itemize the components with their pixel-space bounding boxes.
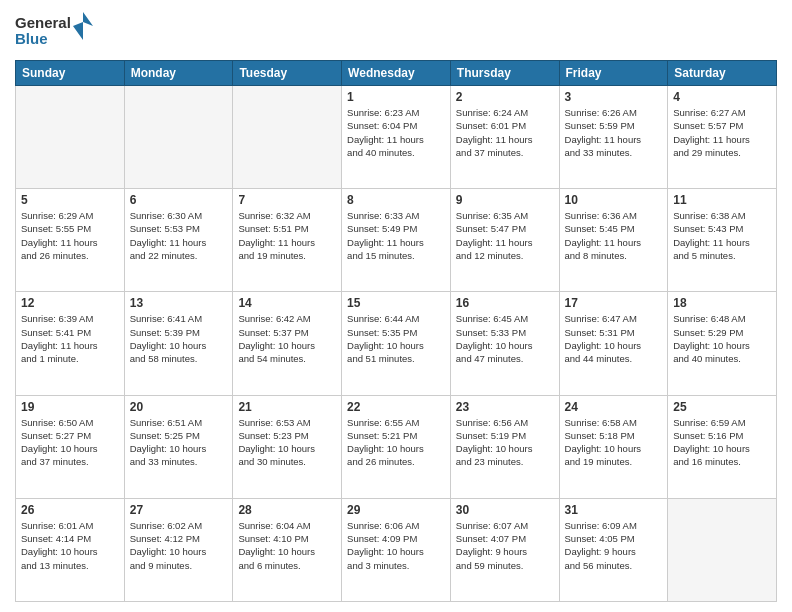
logo-svg: General Blue [15, 10, 95, 52]
day-info: Sunrise: 6:36 AM Sunset: 5:45 PM Dayligh… [565, 209, 663, 262]
day-cell: 16Sunrise: 6:45 AM Sunset: 5:33 PM Dayli… [450, 292, 559, 395]
day-number: 17 [565, 296, 663, 310]
day-info: Sunrise: 6:30 AM Sunset: 5:53 PM Dayligh… [130, 209, 228, 262]
day-info: Sunrise: 6:24 AM Sunset: 6:01 PM Dayligh… [456, 106, 554, 159]
day-cell [16, 86, 125, 189]
day-cell: 25Sunrise: 6:59 AM Sunset: 5:16 PM Dayli… [668, 395, 777, 498]
day-number: 26 [21, 503, 119, 517]
day-cell: 22Sunrise: 6:55 AM Sunset: 5:21 PM Dayli… [342, 395, 451, 498]
day-info: Sunrise: 6:09 AM Sunset: 4:05 PM Dayligh… [565, 519, 663, 572]
day-info: Sunrise: 6:38 AM Sunset: 5:43 PM Dayligh… [673, 209, 771, 262]
day-number: 21 [238, 400, 336, 414]
day-number: 19 [21, 400, 119, 414]
day-number: 1 [347, 90, 445, 104]
weekday-header-sunday: Sunday [16, 61, 125, 86]
day-cell: 20Sunrise: 6:51 AM Sunset: 5:25 PM Dayli… [124, 395, 233, 498]
day-number: 27 [130, 503, 228, 517]
day-info: Sunrise: 6:53 AM Sunset: 5:23 PM Dayligh… [238, 416, 336, 469]
day-number: 22 [347, 400, 445, 414]
day-info: Sunrise: 6:55 AM Sunset: 5:21 PM Dayligh… [347, 416, 445, 469]
day-info: Sunrise: 6:35 AM Sunset: 5:47 PM Dayligh… [456, 209, 554, 262]
day-cell: 29Sunrise: 6:06 AM Sunset: 4:09 PM Dayli… [342, 498, 451, 601]
day-number: 7 [238, 193, 336, 207]
day-info: Sunrise: 6:32 AM Sunset: 5:51 PM Dayligh… [238, 209, 336, 262]
day-cell: 13Sunrise: 6:41 AM Sunset: 5:39 PM Dayli… [124, 292, 233, 395]
day-cell: 4Sunrise: 6:27 AM Sunset: 5:57 PM Daylig… [668, 86, 777, 189]
day-cell: 10Sunrise: 6:36 AM Sunset: 5:45 PM Dayli… [559, 189, 668, 292]
weekday-header-monday: Monday [124, 61, 233, 86]
day-cell [668, 498, 777, 601]
day-cell: 2Sunrise: 6:24 AM Sunset: 6:01 PM Daylig… [450, 86, 559, 189]
week-row-1: 1Sunrise: 6:23 AM Sunset: 6:04 PM Daylig… [16, 86, 777, 189]
day-info: Sunrise: 6:07 AM Sunset: 4:07 PM Dayligh… [456, 519, 554, 572]
weekday-header-thursday: Thursday [450, 61, 559, 86]
day-cell: 24Sunrise: 6:58 AM Sunset: 5:18 PM Dayli… [559, 395, 668, 498]
day-info: Sunrise: 6:29 AM Sunset: 5:55 PM Dayligh… [21, 209, 119, 262]
day-info: Sunrise: 6:04 AM Sunset: 4:10 PM Dayligh… [238, 519, 336, 572]
day-cell: 9Sunrise: 6:35 AM Sunset: 5:47 PM Daylig… [450, 189, 559, 292]
day-cell: 8Sunrise: 6:33 AM Sunset: 5:49 PM Daylig… [342, 189, 451, 292]
svg-text:General: General [15, 14, 71, 31]
weekday-header-saturday: Saturday [668, 61, 777, 86]
day-info: Sunrise: 6:59 AM Sunset: 5:16 PM Dayligh… [673, 416, 771, 469]
day-info: Sunrise: 6:39 AM Sunset: 5:41 PM Dayligh… [21, 312, 119, 365]
day-number: 30 [456, 503, 554, 517]
svg-text:Blue: Blue [15, 30, 48, 47]
day-number: 11 [673, 193, 771, 207]
weekday-header-tuesday: Tuesday [233, 61, 342, 86]
day-cell: 27Sunrise: 6:02 AM Sunset: 4:12 PM Dayli… [124, 498, 233, 601]
day-info: Sunrise: 6:42 AM Sunset: 5:37 PM Dayligh… [238, 312, 336, 365]
day-cell: 1Sunrise: 6:23 AM Sunset: 6:04 PM Daylig… [342, 86, 451, 189]
svg-marker-2 [73, 12, 93, 40]
day-cell: 28Sunrise: 6:04 AM Sunset: 4:10 PM Dayli… [233, 498, 342, 601]
day-number: 20 [130, 400, 228, 414]
day-cell: 6Sunrise: 6:30 AM Sunset: 5:53 PM Daylig… [124, 189, 233, 292]
day-cell: 23Sunrise: 6:56 AM Sunset: 5:19 PM Dayli… [450, 395, 559, 498]
day-cell: 3Sunrise: 6:26 AM Sunset: 5:59 PM Daylig… [559, 86, 668, 189]
day-cell: 30Sunrise: 6:07 AM Sunset: 4:07 PM Dayli… [450, 498, 559, 601]
day-cell: 19Sunrise: 6:50 AM Sunset: 5:27 PM Dayli… [16, 395, 125, 498]
calendar-table: SundayMondayTuesdayWednesdayThursdayFrid… [15, 60, 777, 602]
day-cell: 31Sunrise: 6:09 AM Sunset: 4:05 PM Dayli… [559, 498, 668, 601]
weekday-header-wednesday: Wednesday [342, 61, 451, 86]
day-info: Sunrise: 6:56 AM Sunset: 5:19 PM Dayligh… [456, 416, 554, 469]
day-info: Sunrise: 6:47 AM Sunset: 5:31 PM Dayligh… [565, 312, 663, 365]
page: General Blue SundayMondayTuesdayWednesda… [0, 0, 792, 612]
day-number: 18 [673, 296, 771, 310]
day-number: 24 [565, 400, 663, 414]
day-info: Sunrise: 6:26 AM Sunset: 5:59 PM Dayligh… [565, 106, 663, 159]
weekday-header-friday: Friday [559, 61, 668, 86]
day-number: 3 [565, 90, 663, 104]
day-number: 13 [130, 296, 228, 310]
day-number: 5 [21, 193, 119, 207]
week-row-5: 26Sunrise: 6:01 AM Sunset: 4:14 PM Dayli… [16, 498, 777, 601]
day-info: Sunrise: 6:33 AM Sunset: 5:49 PM Dayligh… [347, 209, 445, 262]
week-row-3: 12Sunrise: 6:39 AM Sunset: 5:41 PM Dayli… [16, 292, 777, 395]
day-cell: 15Sunrise: 6:44 AM Sunset: 5:35 PM Dayli… [342, 292, 451, 395]
day-info: Sunrise: 6:51 AM Sunset: 5:25 PM Dayligh… [130, 416, 228, 469]
day-cell [124, 86, 233, 189]
day-number: 16 [456, 296, 554, 310]
day-number: 6 [130, 193, 228, 207]
header: General Blue [15, 10, 777, 52]
week-row-4: 19Sunrise: 6:50 AM Sunset: 5:27 PM Dayli… [16, 395, 777, 498]
day-info: Sunrise: 6:27 AM Sunset: 5:57 PM Dayligh… [673, 106, 771, 159]
day-cell: 5Sunrise: 6:29 AM Sunset: 5:55 PM Daylig… [16, 189, 125, 292]
day-number: 10 [565, 193, 663, 207]
day-info: Sunrise: 6:01 AM Sunset: 4:14 PM Dayligh… [21, 519, 119, 572]
week-row-2: 5Sunrise: 6:29 AM Sunset: 5:55 PM Daylig… [16, 189, 777, 292]
day-cell: 12Sunrise: 6:39 AM Sunset: 5:41 PM Dayli… [16, 292, 125, 395]
day-cell: 21Sunrise: 6:53 AM Sunset: 5:23 PM Dayli… [233, 395, 342, 498]
day-cell: 14Sunrise: 6:42 AM Sunset: 5:37 PM Dayli… [233, 292, 342, 395]
day-number: 29 [347, 503, 445, 517]
day-cell: 26Sunrise: 6:01 AM Sunset: 4:14 PM Dayli… [16, 498, 125, 601]
day-cell: 7Sunrise: 6:32 AM Sunset: 5:51 PM Daylig… [233, 189, 342, 292]
day-cell: 18Sunrise: 6:48 AM Sunset: 5:29 PM Dayli… [668, 292, 777, 395]
day-info: Sunrise: 6:50 AM Sunset: 5:27 PM Dayligh… [21, 416, 119, 469]
day-number: 12 [21, 296, 119, 310]
day-number: 2 [456, 90, 554, 104]
day-info: Sunrise: 6:45 AM Sunset: 5:33 PM Dayligh… [456, 312, 554, 365]
day-number: 25 [673, 400, 771, 414]
day-number: 28 [238, 503, 336, 517]
day-number: 31 [565, 503, 663, 517]
